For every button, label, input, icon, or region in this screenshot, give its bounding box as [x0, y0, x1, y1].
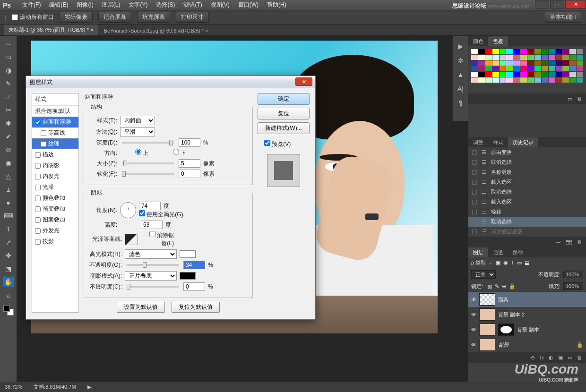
antialias-checkbox[interactable]: 消除锯齿(L) — [146, 231, 174, 247]
menu-type[interactable]: 文字(Y) — [129, 1, 147, 9]
dock-strip-icon[interactable]: A| — [457, 85, 464, 93]
bevel-style-select[interactable]: 内斜面 — [120, 116, 155, 125]
swatch[interactable] — [520, 72, 527, 77]
tool-11[interactable]: ± — [3, 184, 14, 195]
visibility-icon[interactable]: 👁 — [471, 297, 476, 302]
create-doc-icon[interactable]: ⮐ — [556, 239, 561, 245]
swatch[interactable] — [513, 49, 520, 54]
swatch[interactable] — [562, 49, 569, 54]
swatch[interactable] — [485, 66, 492, 71]
style-row[interactable]: 光泽 — [32, 182, 78, 193]
direction-down-radio[interactable]: 下 — [158, 149, 186, 157]
swatch[interactable] — [520, 55, 527, 60]
tool-18[interactable]: ✋ — [3, 277, 14, 287]
menu-filter[interactable]: 滤镜(T) — [183, 1, 202, 9]
soften-input[interactable] — [179, 170, 200, 178]
swatch[interactable] — [478, 60, 485, 66]
blending-options-row[interactable]: 混合选项:默认 — [32, 106, 78, 117]
bevel-technique-select[interactable]: 平滑 — [120, 127, 155, 136]
swatch[interactable] — [520, 60, 527, 66]
menu-image[interactable]: 图像(I) — [77, 1, 93, 9]
tool-10[interactable]: △ — [3, 171, 14, 181]
swatch[interactable] — [485, 72, 492, 77]
tab-layers[interactable]: 图层 — [468, 247, 488, 257]
swatch[interactable] — [562, 66, 569, 71]
swatch[interactable] — [500, 55, 506, 60]
highlight-opacity-input[interactable]: 34 — [183, 261, 205, 269]
swatch[interactable] — [520, 49, 527, 54]
swatch[interactable] — [542, 72, 548, 77]
snapshot-icon[interactable]: 📷 — [566, 239, 572, 245]
preview-checkbox[interactable]: 预览(V) — [264, 140, 310, 148]
swatch[interactable] — [549, 55, 555, 60]
history-item[interactable]: ☰载入选区 — [468, 177, 586, 187]
tool-9[interactable]: ◉ — [3, 158, 14, 168]
style-row[interactable]: 内阴影 — [32, 160, 78, 171]
swatch[interactable] — [485, 77, 492, 83]
style-row[interactable]: 描边 — [32, 149, 78, 160]
swatch[interactable] — [542, 60, 548, 66]
history-panel[interactable]: ☰自由变换☰取消选择☰名称更改☰载入选区☰取消选择☰载入选区☰轻移☰取消选择☰添… — [468, 147, 586, 237]
style-row[interactable]: 斜面和浮雕 — [32, 117, 78, 128]
doc-tab-1[interactable]: 未标题-1 @ 38.7% (面具, RGB/8) * × — [4, 25, 98, 35]
swatch[interactable] — [556, 55, 562, 60]
layers-footer-icon[interactable]: fx — [540, 355, 544, 360]
swatch[interactable] — [513, 66, 520, 71]
zoom-level[interactable]: 38.72% — [5, 384, 22, 390]
swatch[interactable] — [478, 77, 485, 83]
layer-row[interactable]: 👁背景 副本 — [468, 322, 586, 337]
swatch[interactable] — [471, 49, 478, 54]
swatch[interactable] — [569, 49, 576, 54]
swatch[interactable] — [534, 72, 541, 77]
window-close-button[interactable]: ✕ — [565, 0, 586, 9]
layer-filter-icon[interactable]: ⬓ — [525, 260, 529, 265]
tab-swatches[interactable]: 色板 — [488, 36, 508, 46]
swatch[interactable] — [527, 55, 534, 60]
layers-footer-icon[interactable]: 🗑 — [577, 355, 582, 360]
layer-style-list[interactable]: 样式 混合选项:默认 斜面和浮雕等高线纹理描边内阴影内发光光泽颜色叠加渐变叠加图… — [32, 93, 79, 313]
menu-file[interactable]: 文件(F) — [22, 1, 41, 9]
tool-19[interactable]: ⌕ — [3, 290, 14, 300]
swatch[interactable] — [556, 77, 562, 83]
size-input[interactable] — [179, 159, 200, 168]
history-item[interactable]: ☰取消选择 — [468, 157, 586, 167]
swatch[interactable] — [549, 77, 555, 83]
layers-footer-icon[interactable]: ⊖ — [531, 355, 535, 361]
ok-button[interactable]: 确定 — [258, 93, 310, 105]
lock-icon[interactable]: ✎ — [495, 283, 499, 289]
swatch[interactable] — [562, 60, 569, 66]
swatch[interactable] — [549, 49, 555, 54]
layer-filter-icon[interactable]: T — [511, 260, 514, 265]
swatch[interactable] — [534, 55, 541, 60]
fgbg-swatch[interactable] — [3, 305, 14, 315]
close-icon[interactable]: × — [205, 28, 208, 34]
layer-row[interactable]: 👁背景🔒 — [468, 337, 586, 352]
swatch[interactable] — [542, 49, 548, 54]
history-item[interactable]: ☰取消选择 — [468, 217, 586, 227]
swatch[interactable] — [569, 60, 576, 66]
lock-icon[interactable]: 🔒 — [509, 283, 516, 289]
history-item[interactable]: ☰轻移 — [468, 207, 586, 217]
menu-layer[interactable]: 图层(L) — [102, 1, 121, 9]
tool-12[interactable]: ● — [3, 197, 14, 208]
style-row[interactable]: 内发光 — [32, 171, 78, 182]
dock-strip-icon[interactable]: ▶ — [458, 43, 463, 50]
layer-row[interactable]: 👁面具 — [468, 292, 586, 307]
global-light-checkbox[interactable]: 使用全局光(G) — [139, 211, 183, 218]
swatch[interactable] — [556, 49, 562, 54]
swatch[interactable] — [506, 55, 513, 60]
tab-channels[interactable]: 通道 — [488, 247, 508, 257]
visibility-icon[interactable]: 👁 — [471, 342, 476, 348]
swatch[interactable] — [500, 66, 506, 71]
history-item[interactable]: ☰自由变换 — [468, 147, 586, 157]
visibility-icon[interactable]: 👁 — [471, 312, 476, 317]
style-row[interactable]: 纹理 — [32, 138, 78, 149]
swatch[interactable] — [478, 72, 485, 77]
swatch[interactable] — [500, 72, 506, 77]
tab-paths[interactable]: 路径 — [508, 247, 528, 257]
swatch[interactable] — [471, 66, 478, 71]
lock-icon[interactable]: ▨ — [487, 283, 492, 289]
swatch[interactable] — [577, 72, 583, 77]
swatch[interactable] — [492, 60, 499, 66]
trash-icon[interactable]: 🗑 — [577, 239, 582, 245]
